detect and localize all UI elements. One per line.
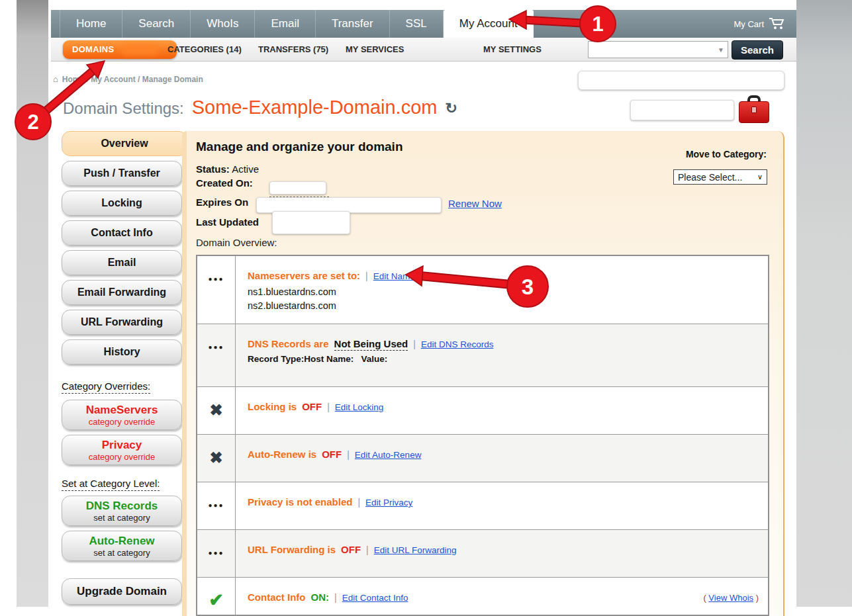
sidebar-item-contact-info[interactable]: Contact Info: [62, 220, 182, 245]
view-whois-link[interactable]: View Whois: [708, 593, 753, 603]
sidebar-item-auto-renew-category[interactable]: Auto-Renew set at category: [62, 531, 182, 561]
search-button[interactable]: Search: [732, 40, 783, 60]
dns-records-category-title: DNS Records: [62, 499, 181, 513]
row-label: Contact Info: [248, 592, 306, 603]
tab-search[interactable]: Search: [122, 10, 191, 38]
refresh-icon[interactable]: ↻: [445, 100, 457, 117]
sidebar: Overview Push / Transfer Locking Contact…: [62, 131, 187, 609]
divider: |: [334, 592, 337, 603]
subnav-item-my-services[interactable]: MY SERVICES: [346, 38, 404, 61]
edit-auto-renew-link[interactable]: Edit Auto-Renew: [355, 450, 422, 460]
page-title-domain: Some-Example-Domain.com: [192, 97, 438, 118]
cross-icon: ✖: [209, 403, 222, 434]
divider: |: [327, 402, 330, 412]
row-status: OFF: [322, 449, 342, 460]
category-overrides-label: Category Overrides:: [62, 380, 150, 394]
move-to-category-select[interactable]: Please Select... ∨: [673, 169, 767, 185]
check-icon: ✔: [209, 592, 224, 616]
my-cart-button[interactable]: My Cart: [734, 10, 786, 38]
dots-icon: ●●●: [208, 276, 224, 324]
table-row-privacy: ●●● Privacy is not enabled | Edit Privac…: [197, 482, 768, 529]
domains-label: DOMAINS: [72, 40, 115, 59]
sidebar-item-overview[interactable]: Overview: [62, 131, 187, 156]
privacy-override-subtitle: category override: [62, 452, 181, 462]
nameservers-override-title: NameServers: [62, 403, 181, 417]
domain-overview-label: Domain Overview:: [196, 237, 277, 248]
domains-count-redaction: [121, 45, 158, 55]
upgrade-domain-button[interactable]: Upgrade Domain: [62, 578, 182, 605]
edit-privacy-link[interactable]: Edit Privacy: [365, 498, 412, 507]
redaction-box-top-right: [578, 71, 784, 90]
table-row-url-forwarding: ●●● URL Forwarding is OFF | Edit URL For…: [197, 529, 768, 577]
renew-now-link[interactable]: Renew Now: [448, 198, 502, 209]
breadcrumb-path[interactable]: Home / My Account / Manage Domain: [62, 75, 203, 84]
auto-renew-category-subtitle: set at category: [62, 548, 181, 558]
sidebar-item-privacy-override[interactable]: Privacy category override: [62, 435, 182, 465]
dns-records-category-subtitle: set at category: [62, 513, 181, 523]
row-label: Privacy is not enabled: [248, 496, 352, 507]
privacy-override-title: Privacy: [62, 438, 181, 452]
tab-transfer[interactable]: Transfer: [316, 10, 390, 38]
last-updated-redaction: [272, 211, 350, 234]
divider: |: [347, 449, 350, 460]
tab-my-account[interactable]: My Account: [444, 10, 534, 38]
redaction-box-title-right: [630, 100, 734, 120]
nameserver-1: ns1.bluestardns.com: [248, 285, 757, 299]
subnav-item-categories[interactable]: CATEGORIES (14): [167, 38, 242, 61]
tab-email[interactable]: Email: [255, 10, 316, 38]
row-status: ON:: [311, 592, 330, 603]
dots-icon: ●●●: [208, 550, 224, 577]
paren-open: (: [703, 593, 706, 603]
tab-whois[interactable]: WhoIs: [191, 10, 255, 38]
sidebar-item-nameservers-override[interactable]: NameServers category override: [62, 400, 182, 430]
edit-locking-link[interactable]: Edit Locking: [335, 402, 384, 412]
sidebar-item-url-forwarding[interactable]: URL Forwarding: [62, 310, 182, 335]
row-label: Auto-Renew is: [248, 449, 316, 460]
domain-search-combobox[interactable]: ▼: [588, 41, 728, 58]
subnav-item-domains[interactable]: DOMAINS: [63, 40, 177, 59]
tab-ssl[interactable]: SSL: [390, 10, 444, 38]
dns-record-columns: Record Type:Host Name: Value:: [248, 354, 757, 364]
subnav-item-transfers[interactable]: TRANSFERS (75): [258, 38, 328, 61]
row-label: URL Forwarding is: [248, 544, 336, 555]
status-value: Active: [232, 163, 259, 175]
edit-dns-records-link[interactable]: Edit DNS Records: [421, 339, 494, 349]
row-label: Locking is: [248, 401, 297, 412]
page-right-gutter: [796, 0, 852, 607]
toolbox-clasp: [751, 107, 757, 113]
chevron-down-icon[interactable]: ▼: [714, 46, 728, 54]
top-navigation: Home Search WhoIs Email Transfer SSL My …: [51, 10, 796, 38]
move-to-category-label: Move to Category:: [686, 149, 767, 159]
sidebar-item-email[interactable]: Email: [62, 250, 182, 275]
expires-label: Expires On: [196, 197, 248, 208]
created-date-redaction: [269, 181, 326, 195]
row-label: DNS Records are: [248, 338, 329, 349]
subnav-item-my-settings[interactable]: MY SETTINGS: [483, 38, 542, 61]
sidebar-item-push-transfer[interactable]: Push / Transfer: [62, 161, 182, 186]
domain-search-input[interactable]: [589, 42, 714, 58]
edit-contact-info-link[interactable]: Edit Contact Info: [342, 593, 408, 603]
dots-icon: ●●●: [208, 344, 224, 386]
divider: |: [357, 497, 360, 507]
sidebar-item-locking[interactable]: Locking: [62, 191, 182, 216]
toolbox-icon[interactable]: [739, 95, 769, 124]
cross-icon: ✖: [209, 451, 222, 482]
sidebar-item-dns-records-category[interactable]: DNS Records set at category: [62, 496, 182, 526]
edit-url-forwarding-link[interactable]: Edit URL Forwarding: [374, 545, 457, 555]
chevron-down-icon: ∨: [757, 173, 763, 181]
sidebar-item-email-forwarding[interactable]: Email Forwarding: [62, 280, 182, 305]
last-updated-label: Last Updated: [196, 216, 259, 228]
table-row-locking: ✖ Locking is OFF | Edit Locking: [197, 386, 768, 434]
tab-home[interactable]: Home: [60, 10, 122, 38]
table-row-dns-records: ●●● DNS Records are Not Being Used | Edi…: [197, 324, 768, 386]
paren-close: ): [756, 593, 759, 603]
main-heading: Manage and organize your domain: [196, 140, 403, 154]
page-left-gutter: [17, 0, 48, 607]
edit-nameservers-link[interactable]: Edit NameServers: [373, 271, 446, 281]
sidebar-item-history[interactable]: History: [62, 339, 182, 365]
table-row-nameservers: ●●● Nameservers are set to: | Edit NameS…: [197, 256, 768, 324]
dots-icon: ●●●: [208, 502, 224, 529]
divider: |: [365, 271, 368, 281]
table-row-contact-info: ✔ Contact Info ON: | Edit Contact Info (…: [197, 577, 768, 616]
status-line: Status: Active: [196, 163, 259, 175]
